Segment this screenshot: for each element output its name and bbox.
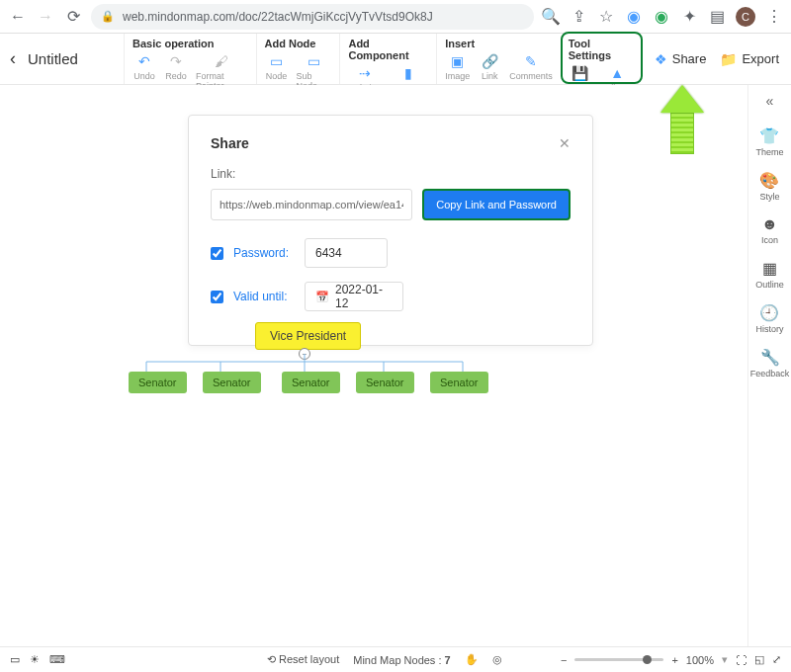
canvas[interactable]: « 👕Theme 🎨Style ☻Icon ▦Outline 🕘History …	[0, 85, 791, 646]
star-icon[interactable]: ☆	[597, 8, 615, 26]
brush-icon: 🖌	[215, 53, 228, 69]
ext2-icon[interactable]: ◉	[653, 8, 670, 26]
group-addnode-title: Add Node	[265, 38, 332, 49]
export-button[interactable]: 📁Export	[720, 51, 779, 67]
undo-icon: ↶	[138, 53, 150, 69]
sidebar-outline[interactable]: ▦Outline	[755, 259, 784, 290]
password-label: Password:	[233, 246, 295, 260]
zoom-out-button[interactable]: −	[561, 654, 567, 666]
close-icon[interactable]: ✕	[559, 135, 571, 151]
back-arrow-icon[interactable]: ‹	[10, 48, 16, 69]
subnode-icon: ▭	[308, 53, 320, 69]
password-input[interactable]	[305, 238, 388, 268]
reset-layout-button[interactable]: ⟲ Reset layout	[267, 653, 339, 666]
palette-icon: 🎨	[759, 171, 779, 190]
group-addcomp-title: Add Component	[348, 38, 428, 61]
app-header: ‹ Untitled Basic operation ↶Undo ↷Redo 🖌…	[0, 34, 791, 85]
share-dialog-title: Share	[211, 135, 249, 151]
link-input[interactable]	[211, 189, 412, 220]
browser-actions: 🔍 ⇪ ☆ ◉ ◉ ✦ ▤ C ⋮	[542, 7, 783, 27]
zoom-value: 100%	[686, 654, 714, 666]
node-count: Mind Map Nodes : 7	[353, 654, 450, 666]
connectors	[127, 354, 483, 374]
status-bar: ▭ ☀ ⌨ ⟲ Reset layout Mind Map Nodes : 7 …	[0, 646, 791, 672]
summary-icon: ▮	[404, 65, 412, 81]
link-label: Link:	[211, 167, 571, 181]
presentation-icon[interactable]: ▭	[10, 653, 20, 666]
collapse-icon: ▲	[610, 65, 624, 81]
group-insert: Insert ▣Image 🔗Link ✎Comments	[436, 34, 561, 84]
extensions-icon[interactable]: ✦	[680, 8, 698, 26]
menu-dots-icon[interactable]: ⋮	[765, 8, 783, 26]
sidebar-collapse-icon[interactable]: «	[766, 93, 774, 109]
zoom-in-button[interactable]: +	[671, 654, 677, 666]
share-button[interactable]: ❖Share	[655, 51, 707, 67]
node-senator-5[interactable]: Senator	[430, 372, 488, 393]
valid-until-checkbox[interactable]	[211, 291, 223, 303]
zoom-icon[interactable]: 🔍	[542, 8, 560, 26]
url-bar[interactable]: 🔒 web.mindonmap.com/doc/22tacWmjGiKccjVy…	[91, 4, 534, 30]
sidebar-theme[interactable]: 👕Theme	[755, 126, 783, 157]
zoom-slider[interactable]	[574, 658, 663, 661]
node-senator-3[interactable]: Senator	[282, 372, 340, 393]
sidebar-feedback[interactable]: 🔧Feedback	[750, 348, 790, 378]
toolbar: Basic operation ↶Undo ↷Redo 🖌Format Pain…	[124, 34, 643, 84]
reading-list-icon[interactable]: ▤	[708, 8, 726, 26]
share-icon: ❖	[655, 51, 667, 67]
doc-title[interactable]: Untitled	[28, 50, 78, 67]
keyboard-icon[interactable]: ⌨	[49, 653, 65, 666]
fullscreen-icon[interactable]: ⤢	[772, 653, 781, 666]
lock-icon: 🔒	[101, 10, 115, 23]
image-button[interactable]: ▣Image	[445, 53, 470, 81]
group-basic-title: Basic operation	[132, 38, 248, 49]
share-dialog: Share ✕ Link: Copy Link and Password Pas…	[188, 115, 593, 346]
group-tool-settings: Tool Settings 💾Save ▲Collapse	[561, 32, 643, 84]
comments-icon: ✎	[525, 53, 537, 69]
sidebar-style[interactable]: 🎨Style	[759, 171, 779, 202]
valid-until-input[interactable]: 📅 2022-01-12	[305, 282, 403, 311]
smiley-icon: ☻	[761, 215, 778, 233]
valid-until-label: Valid until:	[233, 290, 295, 303]
redo-icon: ↷	[170, 53, 182, 69]
node-senator-4[interactable]: Senator	[356, 372, 414, 393]
node-vice-president[interactable]: Vice President	[255, 322, 361, 350]
sidebar-icon[interactable]: ☻Icon	[761, 215, 778, 245]
group-toolset-title: Tool Settings	[569, 38, 635, 61]
browser-back-icon[interactable]: ←	[8, 7, 28, 27]
node-senator-2[interactable]: Senator	[203, 372, 261, 393]
browser-bar: ← → ⟳ 🔒 web.mindonmap.com/doc/22tacWmjGi…	[0, 0, 791, 34]
hand-icon[interactable]: ✋	[465, 653, 479, 666]
group-add-component: Add Component ⇢Relation ▮Summary	[339, 34, 436, 84]
profile-avatar[interactable]: C	[736, 7, 755, 27]
right-sidebar: « 👕Theme 🎨Style ☻Icon ▦Outline 🕘History …	[747, 85, 791, 646]
url-text: web.mindonmap.com/doc/22tacWmjGiKccjVyTv…	[123, 10, 433, 24]
browser-forward-icon[interactable]: →	[36, 7, 55, 27]
center-icon[interactable]: ◱	[754, 653, 764, 666]
brightness-icon[interactable]: ☀	[30, 653, 40, 666]
node-senator-1[interactable]: Senator	[129, 372, 187, 393]
node-icon: ▭	[270, 53, 283, 69]
comments-button[interactable]: ✎Comments	[509, 53, 553, 81]
group-basic: Basic operation ↶Undo ↷Redo 🖌Format Pain…	[124, 34, 256, 84]
relation-icon: ⇢	[359, 65, 371, 81]
sidebar-history[interactable]: 🕘History	[755, 303, 783, 334]
grid-icon: ▦	[762, 259, 777, 278]
target-icon[interactable]: ◎	[492, 653, 502, 666]
clock-icon: 🕘	[759, 303, 779, 322]
link-icon: 🔗	[482, 53, 498, 69]
copy-link-button[interactable]: Copy Link and Password	[422, 189, 571, 220]
group-insert-title: Insert	[445, 38, 553, 49]
share-browser-icon[interactable]: ⇪	[570, 8, 587, 26]
header-actions: ❖Share 📁Export	[643, 34, 791, 84]
ext1-icon[interactable]: ◉	[625, 8, 643, 26]
image-icon: ▣	[451, 53, 464, 69]
annotation-arrow-icon	[660, 85, 704, 154]
fit-icon[interactable]: ⛶	[736, 654, 747, 666]
link-button[interactable]: 🔗Link	[478, 53, 501, 81]
export-icon: 📁	[720, 51, 737, 67]
calendar-icon: 📅	[315, 291, 329, 303]
tshirt-icon: 👕	[759, 126, 779, 145]
password-checkbox[interactable]	[211, 247, 223, 260]
browser-reload-icon[interactable]: ⟳	[63, 7, 83, 27]
save-icon: 💾	[571, 65, 588, 81]
